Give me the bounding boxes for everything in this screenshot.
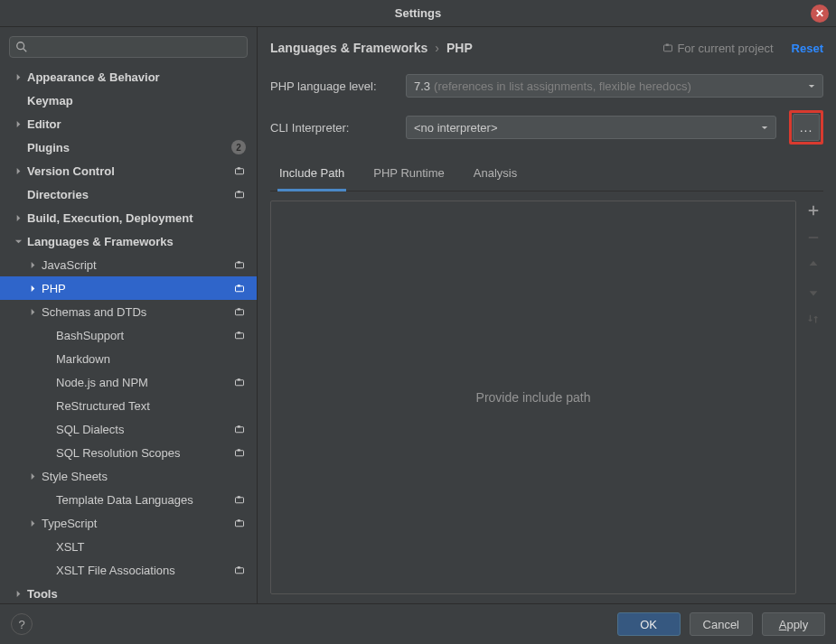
close-button[interactable]: ✕ — [811, 5, 829, 23]
help-button[interactable]: ? — [11, 613, 33, 635]
cli-interpreter-dropdown[interactable]: <no interpreter> — [406, 116, 776, 139]
svg-rect-18 — [236, 451, 244, 456]
tree-arrow-icon — [42, 377, 52, 387]
tree-item-label: PHP — [42, 282, 228, 295]
tab-php-runtime[interactable]: PHP Runtime — [371, 161, 446, 191]
tree-arrow-icon — [13, 95, 23, 106]
svg-rect-11 — [238, 308, 240, 310]
tree-item-tools[interactable]: Tools — [0, 582, 257, 603]
search-input[interactable] — [33, 41, 241, 54]
project-scope-icon — [233, 329, 246, 341]
svg-rect-23 — [238, 519, 240, 521]
tab-include-path[interactable]: Include Path — [277, 161, 346, 191]
svg-rect-15 — [238, 378, 240, 380]
tree-item-node-js-and-npm[interactable]: Node.js and NPM — [0, 370, 257, 394]
tree-arrow-icon — [13, 212, 23, 223]
tree-item-editor[interactable]: Editor — [0, 112, 257, 135]
php-level-dropdown[interactable]: 7.3 (references in list assignments, fle… — [406, 74, 823, 98]
tree-item-xslt-file-associations[interactable]: XSLT File Associations — [0, 558, 257, 582]
tree-item-xslt[interactable]: XSLT — [0, 535, 257, 558]
tree-item-directories[interactable]: Directories — [0, 182, 257, 206]
tab-analysis[interactable]: Analysis — [472, 161, 519, 191]
tree-arrow-icon — [42, 400, 52, 411]
tree-item-version-control[interactable]: Version Control — [0, 159, 257, 182]
tree-item-javascript[interactable]: JavaScript — [0, 253, 257, 276]
php-level-label: PHP language level: — [270, 79, 397, 93]
tree-arrow-icon — [13, 236, 23, 247]
tree-item-build-execution-deployment[interactable]: Build, Execution, Deployment — [0, 206, 257, 229]
tree-item-sql-dialects[interactable]: SQL Dialects — [0, 417, 257, 441]
close-icon: ✕ — [815, 7, 824, 20]
tabs: Include Path PHP Runtime Analysis — [270, 161, 823, 191]
svg-rect-8 — [236, 286, 244, 292]
tree-arrow-icon — [13, 588, 23, 599]
breadcrumb-root[interactable]: Languages & Frameworks — [270, 41, 427, 55]
plugins-badge: 2 — [231, 140, 246, 154]
tree-item-sql-resolution-scopes[interactable]: SQL Resolution Scopes — [0, 441, 257, 464]
move-down-button — [805, 284, 822, 300]
reset-link[interactable]: Reset — [792, 42, 823, 55]
breadcrumb-sep: › — [435, 41, 439, 55]
tree-item-label: Editor — [27, 117, 246, 131]
tree-arrow-icon — [42, 565, 52, 575]
tree-item-plugins[interactable]: Plugins2 — [0, 135, 257, 159]
tree-item-php[interactable]: PHP — [0, 276, 257, 300]
tree-item-languages-frameworks[interactable]: Languages & Frameworks — [0, 229, 257, 253]
project-scope-icon — [233, 282, 246, 294]
settings-tree: Appearance & BehaviorKeymapEditorPlugins… — [0, 65, 257, 603]
include-path-placeholder: Provide include path — [476, 390, 591, 405]
svg-rect-5 — [238, 191, 240, 192]
tree-arrow-icon — [42, 424, 52, 434]
tree-item-label: SQL Dialects — [56, 423, 228, 436]
tree-arrow-icon — [13, 165, 23, 176]
tree-item-label: Markdown — [56, 352, 246, 366]
tree-arrow-icon — [13, 71, 23, 82]
tree-item-label: Node.js and NPM — [56, 376, 228, 389]
svg-rect-3 — [238, 167, 240, 169]
search-field[interactable] — [9, 36, 248, 58]
dialog-footer: ? OK Cancel Apply — [0, 603, 836, 644]
cli-value: <no interpreter> — [414, 121, 498, 135]
tree-item-label: Languages & Frameworks — [27, 235, 246, 248]
project-scope-icon — [233, 564, 246, 576]
add-button[interactable] — [805, 202, 822, 219]
cancel-button[interactable]: Cancel — [690, 612, 753, 636]
tree-item-schemas-and-dtds[interactable]: Schemas and DTDs — [0, 300, 257, 323]
tree-item-style-sheets[interactable]: Style Sheets — [0, 464, 257, 488]
tree-arrow-icon — [13, 189, 23, 200]
tree-item-restructured-text[interactable]: ReStructured Text — [0, 394, 257, 417]
title-bar: Settings ✕ — [0, 0, 836, 27]
tree-item-template-data-languages[interactable]: Template Data Languages — [0, 488, 257, 511]
tree-arrow-icon — [27, 283, 38, 294]
tree-arrow-icon — [42, 494, 52, 505]
tree-arrow-icon — [13, 118, 23, 129]
tree-item-label: Style Sheets — [42, 470, 246, 483]
svg-rect-16 — [236, 427, 244, 433]
content: Appearance & BehaviorKeymapEditorPlugins… — [0, 27, 836, 603]
apply-button[interactable]: Apply — [762, 612, 825, 636]
project-scope-icon — [233, 446, 246, 459]
cli-browse-highlight: ... — [789, 110, 823, 145]
ok-button[interactable]: OK — [617, 612, 681, 636]
tree-item-label: Version Control — [27, 164, 228, 178]
svg-rect-13 — [238, 331, 240, 333]
ok-label: OK — [640, 618, 657, 631]
tree-item-appearance-behavior[interactable]: Appearance & Behavior — [0, 65, 257, 89]
tree-item-markdown[interactable]: Markdown — [0, 347, 257, 370]
svg-rect-19 — [238, 449, 240, 451]
svg-rect-9 — [238, 285, 240, 286]
tree-item-label: Appearance & Behavior — [27, 70, 246, 84]
ellipsis-icon: ... — [800, 120, 813, 135]
svg-rect-27 — [666, 44, 669, 46]
project-scope-icon — [233, 164, 246, 177]
tree-item-typescript[interactable]: TypeScript — [0, 511, 257, 535]
tree-item-keymap[interactable]: Keymap — [0, 89, 257, 112]
apply-rest: pply — [786, 618, 808, 631]
cli-browse-button[interactable]: ... — [793, 114, 820, 141]
project-scope-icon — [233, 258, 246, 271]
project-scope-icon — [662, 42, 673, 53]
project-scope-icon — [233, 376, 246, 388]
php-level-value: 7.3 — [414, 79, 430, 93]
tree-item-bashsupport[interactable]: BashSupport — [0, 323, 257, 347]
include-path-panel[interactable]: Provide include path — [270, 201, 796, 594]
